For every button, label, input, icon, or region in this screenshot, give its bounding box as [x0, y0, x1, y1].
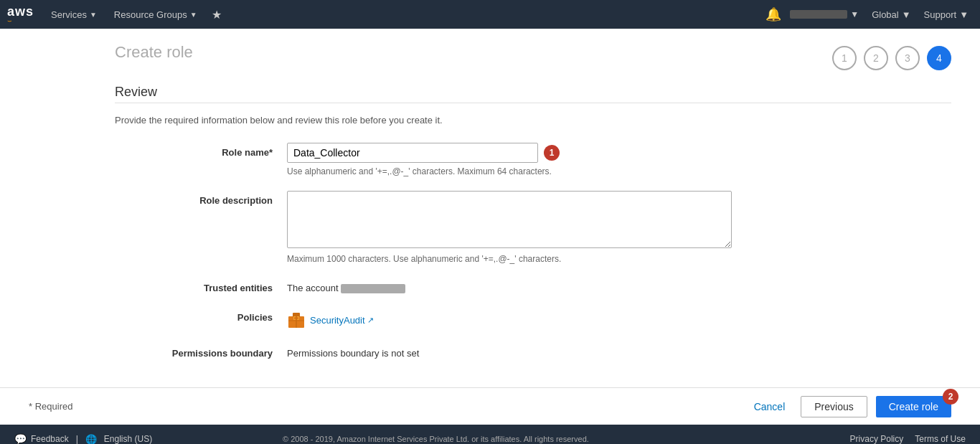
- nav-right-section: 🔔 ▼ Global ▼ Support ▼: [765, 6, 973, 22]
- separator-1: |: [76, 434, 78, 444]
- permissions-boundary-row: Permissions boundary Permissions boundar…: [115, 344, 951, 359]
- feedback-button[interactable]: Feedback: [31, 434, 69, 444]
- trusted-entities-label: Trusted entities: [115, 278, 287, 293]
- support-menu[interactable]: Support ▼: [920, 9, 973, 20]
- resource-groups-arrow-icon: ▼: [190, 11, 197, 19]
- role-description-row: Role description Maximum 1000 characters…: [115, 191, 951, 264]
- step-2: 2: [864, 46, 888, 70]
- role-name-field: 1 Use alphanumeric and '+=,.@-_' charact…: [287, 143, 789, 176]
- privacy-policy-link[interactable]: Privacy Policy: [850, 434, 904, 444]
- footer-copyright: © 2008 - 2019, Amazon Internet Services …: [283, 435, 589, 443]
- region-label: Global: [872, 9, 899, 20]
- resource-groups-menu[interactable]: Resource Groups ▼: [107, 0, 204, 29]
- section-desc: Provide the required information below a…: [115, 115, 951, 126]
- page-title-row: Create role 1 2 3 4: [115, 43, 951, 70]
- cancel-button[interactable]: Cancel: [747, 397, 793, 417]
- trusted-entities-field: The account: [287, 278, 789, 293]
- feedback-label: Feedback: [31, 434, 69, 444]
- account-arrow-icon: ▼: [850, 9, 859, 19]
- services-arrow-icon: ▼: [90, 11, 97, 19]
- trusted-entities-row: Trusted entities The account: [115, 278, 951, 293]
- section-divider: [115, 103, 951, 103]
- language-label: English (US): [104, 434, 152, 444]
- create-role-button[interactable]: Create role: [876, 396, 951, 417]
- services-label: Services: [51, 9, 87, 20]
- role-name-row: Role name* 1 Use alphanumeric and '+=,.@…: [115, 143, 951, 176]
- footer-right: Privacy Policy Terms of Use: [850, 434, 966, 444]
- aws-logo[interactable]: aws ⌣: [7, 4, 34, 25]
- role-description-label: Role description: [115, 191, 287, 206]
- role-name-label: Role name*: [115, 143, 287, 158]
- policies-field: SecurityAudit ↗: [287, 308, 789, 329]
- policy-box-icon: [287, 311, 306, 329]
- main-content: Create role 1 2 3 4 Review Provide the r…: [0, 29, 980, 387]
- support-arrow-icon: ▼: [959, 9, 969, 20]
- chat-bubble-icon: 💬: [14, 433, 27, 444]
- step-4-active: 4: [927, 46, 951, 70]
- permissions-boundary-field: Permissions boundary is not set: [287, 344, 789, 359]
- footer-action-bar: * Required Cancel Previous Create role 2: [0, 387, 980, 425]
- role-description-field: Maximum 1000 characters. Use alphanumeri…: [287, 191, 789, 264]
- role-description-textarea[interactable]: [287, 191, 732, 248]
- top-navigation: aws ⌣ Services ▼ Resource Groups ▼ ★ 🔔 ▼…: [0, 0, 980, 29]
- external-link-icon: ↗: [367, 316, 374, 325]
- globe-icon: 🌐: [85, 434, 97, 444]
- account-menu[interactable]: ▼: [786, 9, 863, 19]
- create-role-badge: 2: [943, 389, 958, 405]
- policies-row: Policies SecurityAudit ↗: [115, 308, 951, 329]
- bottom-footer: 💬 Feedback | 🌐 English (US) © 2008 - 201…: [0, 425, 980, 444]
- support-label: Support: [924, 9, 957, 20]
- role-name-hint: Use alphanumeric and '+=,.@-_' character…: [287, 166, 789, 176]
- role-name-badge: 1: [544, 145, 560, 161]
- previous-button[interactable]: Previous: [801, 396, 867, 417]
- step-3: 3: [895, 46, 920, 70]
- permissions-boundary-value: Permissions boundary is not set: [287, 344, 789, 359]
- role-description-hint: Maximum 1000 characters. Use alphanumeri…: [287, 254, 789, 264]
- resource-groups-label: Resource Groups: [114, 9, 187, 20]
- bookmarks-icon[interactable]: ★: [207, 8, 226, 22]
- required-note: * Required: [29, 401, 72, 412]
- services-menu[interactable]: Services ▼: [44, 0, 104, 29]
- footer-actions: Cancel Previous Create role 2: [747, 396, 951, 417]
- region-arrow-icon: ▼: [902, 9, 911, 20]
- account-id-blurred: [341, 284, 405, 293]
- notifications-bell-icon[interactable]: 🔔: [765, 6, 781, 22]
- role-name-input[interactable]: [287, 143, 538, 163]
- step-1: 1: [832, 46, 857, 70]
- footer-left: 💬 Feedback | 🌐 English (US): [14, 433, 152, 444]
- terms-link[interactable]: Terms of Use: [915, 434, 966, 444]
- permissions-boundary-label: Permissions boundary: [115, 344, 287, 359]
- account-name-blurred: [790, 10, 847, 19]
- policies-label: Policies: [115, 308, 287, 323]
- page-title: Create role: [115, 43, 193, 62]
- policy-link[interactable]: SecurityAudit: [310, 315, 365, 326]
- region-menu[interactable]: Global ▼: [867, 9, 915, 20]
- trusted-entities-value: The account: [287, 278, 789, 293]
- step-indicators: 1 2 3 4: [832, 46, 951, 70]
- section-heading: Review: [115, 85, 951, 100]
